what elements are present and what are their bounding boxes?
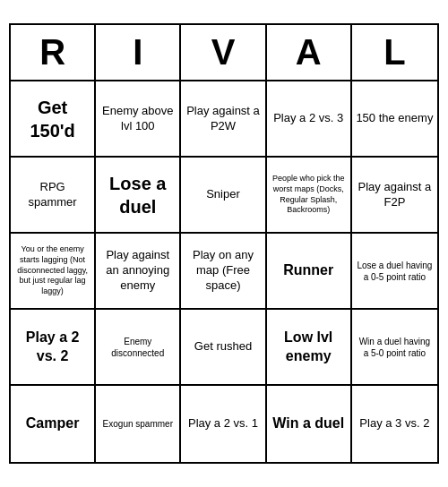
cell-text-9: Play against a F2P	[356, 180, 434, 210]
cell-text-1: Enemy above lvl 100	[99, 104, 176, 134]
bingo-cell-11[interactable]: Play against an annoying enemy	[96, 234, 181, 310]
cell-text-5: RPG spammer	[14, 180, 90, 210]
bingo-cell-6[interactable]: Lose a duel	[96, 158, 181, 234]
bingo-header: RIVAL	[11, 25, 437, 81]
bingo-cell-12[interactable]: Play on any map (Free space)	[181, 234, 266, 310]
header-letter-a: A	[267, 25, 352, 80]
cell-text-0: Get 150'd	[14, 96, 90, 142]
cell-text-23: Win a duel	[272, 414, 344, 433]
bingo-cell-24[interactable]: Play a 3 vs. 2	[352, 386, 437, 462]
bingo-cell-9[interactable]: Play against a F2P	[352, 158, 437, 234]
bingo-cell-23[interactable]: Win a duel	[267, 386, 352, 462]
header-letter-v: V	[181, 25, 266, 80]
cell-text-15: Play a 2 vs. 2	[14, 329, 90, 366]
bingo-cell-15[interactable]: Play a 2 vs. 2	[11, 310, 96, 386]
bingo-cell-18[interactable]: Low lvl enemy	[267, 310, 352, 386]
bingo-cell-0[interactable]: Get 150'd	[11, 81, 96, 158]
bingo-grid: Get 150'dEnemy above lvl 100Play against…	[11, 81, 437, 462]
cell-text-11: Play against an annoying enemy	[99, 248, 176, 294]
header-letter-i: I	[96, 25, 181, 80]
cell-text-17: Get rushed	[194, 339, 252, 355]
bingo-cell-19[interactable]: Win a duel having a 5-0 point ratio	[352, 310, 437, 386]
bingo-cell-3[interactable]: Play a 2 vs. 3	[267, 81, 352, 158]
cell-text-8: People who pick the worst maps (Docks, R…	[271, 174, 347, 216]
cell-text-10: You or the enemy starts lagging (Not dis…	[14, 244, 90, 296]
cell-text-16: Enemy disconnected	[99, 336, 176, 359]
bingo-cell-10[interactable]: You or the enemy starts lagging (Not dis…	[11, 234, 96, 310]
bingo-cell-20[interactable]: Camper	[11, 386, 96, 462]
bingo-cell-7[interactable]: Sniper	[181, 158, 266, 234]
bingo-cell-8[interactable]: People who pick the worst maps (Docks, R…	[267, 158, 352, 234]
cell-text-12: Play on any map (Free space)	[185, 248, 261, 294]
cell-text-19: Win a duel having a 5-0 point ratio	[356, 336, 434, 359]
cell-text-18: Low lvl enemy	[271, 329, 347, 366]
bingo-cell-2[interactable]: Play against a P2W	[181, 81, 266, 158]
cell-text-22: Play a 2 vs. 1	[188, 416, 258, 431]
cell-text-6: Lose a duel	[99, 172, 176, 218]
cell-text-4: 150 the enemy	[356, 111, 433, 126]
header-letter-r: R	[11, 25, 96, 80]
bingo-cell-14[interactable]: Lose a duel having a 0-5 point ratio	[352, 234, 437, 310]
cell-text-20: Camper	[26, 414, 80, 433]
cell-text-3: Play a 2 vs. 3	[273, 111, 343, 126]
bingo-cell-22[interactable]: Play a 2 vs. 1	[181, 386, 266, 462]
bingo-cell-17[interactable]: Get rushed	[181, 310, 266, 386]
bingo-card: RIVAL Get 150'dEnemy above lvl 100Play a…	[9, 23, 439, 464]
cell-text-2: Play against a P2W	[185, 104, 261, 134]
cell-text-14: Lose a duel having a 0-5 point ratio	[356, 260, 434, 283]
bingo-cell-5[interactable]: RPG spammer	[11, 158, 96, 234]
cell-text-21: Exogun spammer	[103, 418, 173, 430]
bingo-cell-1[interactable]: Enemy above lvl 100	[96, 81, 181, 158]
bingo-cell-4[interactable]: 150 the enemy	[352, 81, 437, 158]
header-letter-l: L	[352, 25, 437, 80]
cell-text-24: Play a 3 vs. 2	[359, 416, 429, 431]
bingo-cell-16[interactable]: Enemy disconnected	[96, 310, 181, 386]
bingo-cell-21[interactable]: Exogun spammer	[96, 386, 181, 462]
bingo-cell-13[interactable]: Runner	[267, 234, 352, 310]
cell-text-7: Sniper	[206, 187, 240, 202]
cell-text-13: Runner	[283, 261, 333, 280]
